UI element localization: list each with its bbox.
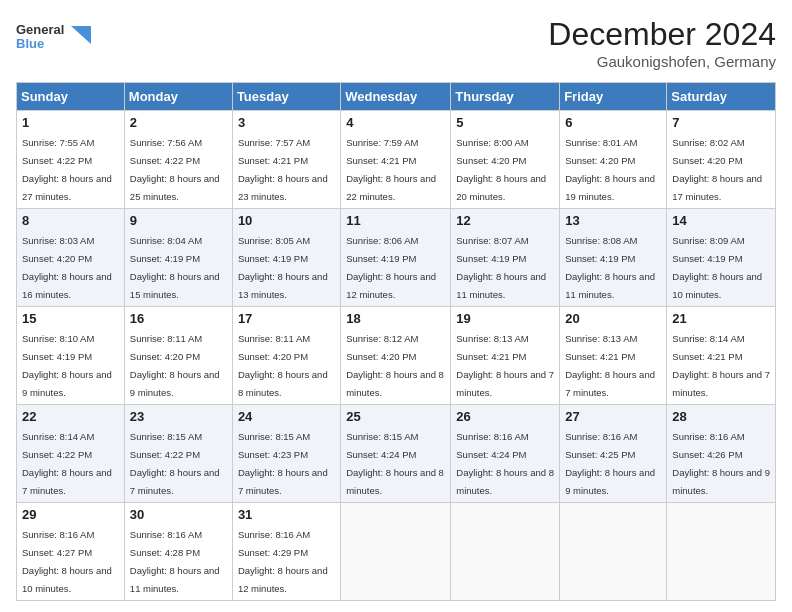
calendar-day-cell: 18 Sunrise: 8:12 AM Sunset: 4:20 PM Dayl…: [341, 307, 451, 405]
day-number: 16: [130, 311, 227, 326]
day-number: 18: [346, 311, 445, 326]
calendar-day-cell: 8 Sunrise: 8:03 AM Sunset: 4:20 PM Dayli…: [17, 209, 125, 307]
day-of-week-header: Sunday: [17, 83, 125, 111]
day-of-week-header: Monday: [124, 83, 232, 111]
day-number: 14: [672, 213, 770, 228]
day-number: 17: [238, 311, 335, 326]
day-number: 9: [130, 213, 227, 228]
day-info: Sunrise: 8:16 AM Sunset: 4:24 PM Dayligh…: [456, 431, 554, 496]
calendar-day-cell: 15 Sunrise: 8:10 AM Sunset: 4:19 PM Dayl…: [17, 307, 125, 405]
calendar-day-cell: 22 Sunrise: 8:14 AM Sunset: 4:22 PM Dayl…: [17, 405, 125, 503]
day-info: Sunrise: 8:12 AM Sunset: 4:20 PM Dayligh…: [346, 333, 444, 398]
day-number: 29: [22, 507, 119, 522]
day-info: Sunrise: 8:02 AM Sunset: 4:20 PM Dayligh…: [672, 137, 762, 202]
calendar-day-cell: 6 Sunrise: 8:01 AM Sunset: 4:20 PM Dayli…: [560, 111, 667, 209]
day-number: 20: [565, 311, 661, 326]
day-info: Sunrise: 8:11 AM Sunset: 4:20 PM Dayligh…: [238, 333, 328, 398]
calendar-day-cell: 17 Sunrise: 8:11 AM Sunset: 4:20 PM Dayl…: [232, 307, 340, 405]
day-number: 21: [672, 311, 770, 326]
day-of-week-header: Thursday: [451, 83, 560, 111]
day-number: 23: [130, 409, 227, 424]
calendar-day-cell: 20 Sunrise: 8:13 AM Sunset: 4:21 PM Dayl…: [560, 307, 667, 405]
day-info: Sunrise: 8:07 AM Sunset: 4:19 PM Dayligh…: [456, 235, 546, 300]
page-header: General Blue December 2024 Gaukonigshofe…: [16, 16, 776, 70]
day-info: Sunrise: 8:05 AM Sunset: 4:19 PM Dayligh…: [238, 235, 328, 300]
calendar-day-cell: 31 Sunrise: 8:16 AM Sunset: 4:29 PM Dayl…: [232, 503, 340, 601]
day-number: 27: [565, 409, 661, 424]
day-info: Sunrise: 7:59 AM Sunset: 4:21 PM Dayligh…: [346, 137, 436, 202]
day-info: Sunrise: 8:00 AM Sunset: 4:20 PM Dayligh…: [456, 137, 546, 202]
day-number: 26: [456, 409, 554, 424]
day-number: 6: [565, 115, 661, 130]
day-number: 31: [238, 507, 335, 522]
calendar-day-cell: 16 Sunrise: 8:11 AM Sunset: 4:20 PM Dayl…: [124, 307, 232, 405]
day-number: 11: [346, 213, 445, 228]
day-info: Sunrise: 8:11 AM Sunset: 4:20 PM Dayligh…: [130, 333, 220, 398]
calendar-day-cell: 19 Sunrise: 8:13 AM Sunset: 4:21 PM Dayl…: [451, 307, 560, 405]
calendar-title: December 2024: [548, 16, 776, 53]
day-info: Sunrise: 8:15 AM Sunset: 4:23 PM Dayligh…: [238, 431, 328, 496]
calendar-day-cell: 25 Sunrise: 8:15 AM Sunset: 4:24 PM Dayl…: [341, 405, 451, 503]
calendar-day-cell: 4 Sunrise: 7:59 AM Sunset: 4:21 PM Dayli…: [341, 111, 451, 209]
calendar-header-row: SundayMondayTuesdayWednesdayThursdayFrid…: [17, 83, 776, 111]
title-block: December 2024 Gaukonigshofen, Germany: [548, 16, 776, 70]
day-info: Sunrise: 8:16 AM Sunset: 4:25 PM Dayligh…: [565, 431, 655, 496]
day-number: 28: [672, 409, 770, 424]
day-info: Sunrise: 8:14 AM Sunset: 4:21 PM Dayligh…: [672, 333, 770, 398]
day-info: Sunrise: 8:16 AM Sunset: 4:27 PM Dayligh…: [22, 529, 112, 594]
day-of-week-header: Wednesday: [341, 83, 451, 111]
day-info: Sunrise: 7:57 AM Sunset: 4:21 PM Dayligh…: [238, 137, 328, 202]
day-number: 7: [672, 115, 770, 130]
calendar-day-cell: 26 Sunrise: 8:16 AM Sunset: 4:24 PM Dayl…: [451, 405, 560, 503]
day-number: 19: [456, 311, 554, 326]
day-info: Sunrise: 8:15 AM Sunset: 4:22 PM Dayligh…: [130, 431, 220, 496]
calendar-day-cell: 24 Sunrise: 8:15 AM Sunset: 4:23 PM Dayl…: [232, 405, 340, 503]
day-of-week-header: Tuesday: [232, 83, 340, 111]
calendar-day-cell: 9 Sunrise: 8:04 AM Sunset: 4:19 PM Dayli…: [124, 209, 232, 307]
calendar-day-cell: [560, 503, 667, 601]
svg-marker-1: [71, 26, 91, 44]
day-number: 24: [238, 409, 335, 424]
day-number: 30: [130, 507, 227, 522]
day-number: 25: [346, 409, 445, 424]
calendar-week-row: 15 Sunrise: 8:10 AM Sunset: 4:19 PM Dayl…: [17, 307, 776, 405]
calendar-week-row: 22 Sunrise: 8:14 AM Sunset: 4:22 PM Dayl…: [17, 405, 776, 503]
day-number: 10: [238, 213, 335, 228]
day-number: 22: [22, 409, 119, 424]
day-number: 12: [456, 213, 554, 228]
calendar-day-cell: 10 Sunrise: 8:05 AM Sunset: 4:19 PM Dayl…: [232, 209, 340, 307]
svg-text:Blue: Blue: [16, 36, 44, 51]
day-info: Sunrise: 8:14 AM Sunset: 4:22 PM Dayligh…: [22, 431, 112, 496]
calendar-day-cell: 23 Sunrise: 8:15 AM Sunset: 4:22 PM Dayl…: [124, 405, 232, 503]
day-of-week-header: Saturday: [667, 83, 776, 111]
calendar-week-row: 8 Sunrise: 8:03 AM Sunset: 4:20 PM Dayli…: [17, 209, 776, 307]
day-info: Sunrise: 8:16 AM Sunset: 4:28 PM Dayligh…: [130, 529, 220, 594]
day-info: Sunrise: 8:09 AM Sunset: 4:19 PM Dayligh…: [672, 235, 762, 300]
calendar-day-cell: [667, 503, 776, 601]
day-info: Sunrise: 8:03 AM Sunset: 4:20 PM Dayligh…: [22, 235, 112, 300]
calendar-day-cell: 2 Sunrise: 7:56 AM Sunset: 4:22 PM Dayli…: [124, 111, 232, 209]
day-number: 8: [22, 213, 119, 228]
day-number: 4: [346, 115, 445, 130]
day-info: Sunrise: 7:55 AM Sunset: 4:22 PM Dayligh…: [22, 137, 112, 202]
calendar-table: SundayMondayTuesdayWednesdayThursdayFrid…: [16, 82, 776, 601]
day-info: Sunrise: 8:16 AM Sunset: 4:26 PM Dayligh…: [672, 431, 770, 496]
calendar-day-cell: 14 Sunrise: 8:09 AM Sunset: 4:19 PM Dayl…: [667, 209, 776, 307]
day-info: Sunrise: 8:13 AM Sunset: 4:21 PM Dayligh…: [456, 333, 554, 398]
calendar-day-cell: 28 Sunrise: 8:16 AM Sunset: 4:26 PM Dayl…: [667, 405, 776, 503]
calendar-day-cell: 30 Sunrise: 8:16 AM Sunset: 4:28 PM Dayl…: [124, 503, 232, 601]
day-number: 5: [456, 115, 554, 130]
calendar-subtitle: Gaukonigshofen, Germany: [548, 53, 776, 70]
day-info: Sunrise: 8:10 AM Sunset: 4:19 PM Dayligh…: [22, 333, 112, 398]
day-number: 1: [22, 115, 119, 130]
day-number: 3: [238, 115, 335, 130]
logo-svg: General Blue: [16, 16, 96, 60]
calendar-day-cell: 1 Sunrise: 7:55 AM Sunset: 4:22 PM Dayli…: [17, 111, 125, 209]
calendar-day-cell: 11 Sunrise: 8:06 AM Sunset: 4:19 PM Dayl…: [341, 209, 451, 307]
calendar-week-row: 29 Sunrise: 8:16 AM Sunset: 4:27 PM Dayl…: [17, 503, 776, 601]
calendar-body: 1 Sunrise: 7:55 AM Sunset: 4:22 PM Dayli…: [17, 111, 776, 601]
calendar-day-cell: [341, 503, 451, 601]
day-info: Sunrise: 8:16 AM Sunset: 4:29 PM Dayligh…: [238, 529, 328, 594]
calendar-week-row: 1 Sunrise: 7:55 AM Sunset: 4:22 PM Dayli…: [17, 111, 776, 209]
day-info: Sunrise: 8:04 AM Sunset: 4:19 PM Dayligh…: [130, 235, 220, 300]
